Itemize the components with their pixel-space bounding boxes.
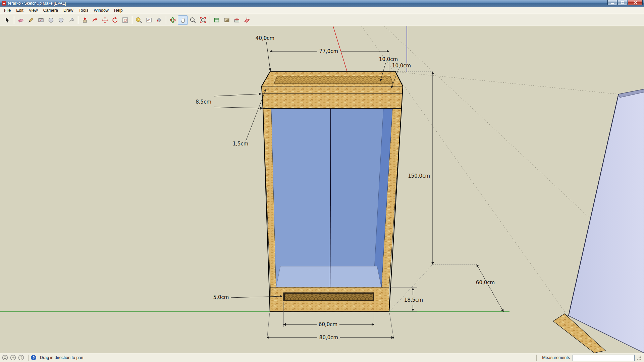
- dimension-label[interactable]: 18,5cm: [404, 297, 423, 303]
- orbit-icon: [169, 17, 176, 23]
- dimension-8-5cm[interactable]: 8,5cm: [196, 94, 263, 108]
- help-icon[interactable]: ?: [31, 355, 37, 361]
- dimension-label[interactable]: 8,5cm: [196, 99, 211, 105]
- menu-file[interactable]: File: [1, 7, 13, 13]
- select-arrow-icon: [4, 17, 10, 23]
- zoom-extents-tool-button[interactable]: [198, 15, 208, 25]
- status-separator: [28, 355, 29, 361]
- toolbar-separator: [78, 16, 78, 24]
- window-title: terarko - SketchUp Make [EVAL]: [8, 1, 607, 6]
- minimize-icon: [611, 1, 614, 4]
- dimension-40cm[interactable]: 40,0cm: [256, 35, 274, 71]
- shadows-icon: [223, 17, 230, 23]
- tape-measure-tool-button[interactable]: [134, 15, 144, 25]
- maximize-icon: [621, 1, 624, 4]
- menu-edit[interactable]: Edit: [13, 7, 26, 13]
- help-glyph: ?: [33, 356, 35, 360]
- shadows-tool-button[interactable]: [222, 15, 232, 25]
- model-scene: 40,0cm 77,0cm 10,0cm 10,0cm: [0, 26, 644, 353]
- dimension-label[interactable]: 1,5cm: [233, 141, 249, 147]
- polygon-icon: [58, 17, 64, 23]
- terrarium-model[interactable]: [262, 72, 403, 312]
- measurements-label: Measurements: [542, 355, 570, 360]
- toolbar-separator: [166, 16, 166, 24]
- dimension-label[interactable]: 60,0cm: [319, 321, 337, 327]
- rectangle-tool-button[interactable]: [36, 15, 46, 25]
- menu-window[interactable]: Window: [91, 7, 111, 13]
- close-button[interactable]: [628, 0, 643, 5]
- section-plane-tool-button[interactable]: [242, 15, 252, 25]
- polygon-tool-button[interactable]: [56, 15, 66, 25]
- status-separator: [536, 355, 537, 361]
- terrarium-top-mesh: [274, 76, 393, 84]
- status-hint-text: Drag in direction to pan: [40, 355, 83, 360]
- dimension-77cm[interactable]: 77,0cm: [270, 48, 389, 71]
- sketchup-window: terarko - SketchUp Make [EVAL] File Edit…: [0, 0, 644, 362]
- toolbar-separator: [210, 16, 210, 24]
- rectangle-icon: [38, 17, 44, 23]
- menu-bar: File Edit View Camera Draw Tools Window …: [0, 7, 644, 14]
- dimension-label[interactable]: 10,0cm: [392, 63, 411, 69]
- fog-tool-button[interactable]: [232, 15, 242, 25]
- rotate-tool-button[interactable]: [110, 15, 120, 25]
- maximize-button[interactable]: [618, 0, 627, 5]
- dimension-label[interactable]: 10,0cm: [379, 56, 398, 62]
- status-circle-icon-2[interactable]: [10, 355, 16, 361]
- side-panel-model[interactable]: [553, 89, 644, 353]
- glass-door-left: [271, 109, 331, 287]
- pushpull-icon: [82, 17, 88, 23]
- window-controls: [607, 0, 643, 5]
- terrarium-top-band: [262, 86, 403, 109]
- text-tool-button[interactable]: A1: [144, 15, 154, 25]
- line-tool-button[interactable]: [26, 15, 36, 25]
- text-tool-icon: A1: [146, 17, 152, 23]
- close-icon: [634, 1, 637, 4]
- menu-view[interactable]: View: [26, 7, 41, 13]
- paint-bucket-icon: [156, 17, 162, 23]
- menu-camera[interactable]: Camera: [41, 7, 61, 13]
- zoom-tool-button[interactable]: [188, 15, 198, 25]
- menu-tools[interactable]: Tools: [76, 7, 91, 13]
- menu-draw[interactable]: Draw: [61, 7, 76, 13]
- dimension-1-5cm[interactable]: 1,5cm: [233, 89, 266, 147]
- dimension-label[interactable]: 150,0cm: [408, 173, 430, 179]
- dimension-label[interactable]: 60,0cm: [476, 280, 495, 286]
- dimension-label[interactable]: 5,0cm: [213, 294, 229, 300]
- eraser-icon: [17, 17, 24, 23]
- eraser-tool-button[interactable]: [16, 15, 26, 25]
- dimension-18-5cm[interactable]: 18,5cm: [390, 287, 423, 312]
- arc-tool-button[interactable]: [66, 15, 76, 25]
- resize-grip[interactable]: [637, 355, 642, 361]
- minimize-button[interactable]: [607, 0, 617, 5]
- zoom-magnifier-icon: [190, 17, 196, 23]
- select-tool-button[interactable]: [2, 15, 12, 25]
- app-icon: [2, 1, 6, 6]
- dimension-label[interactable]: 40,0cm: [256, 35, 274, 41]
- toolbar-separator: [132, 16, 132, 24]
- status-circle-icon-1[interactable]: [2, 355, 8, 361]
- rotate-icon: [112, 17, 118, 23]
- dimension-label[interactable]: 77,0cm: [319, 48, 338, 54]
- dimension-60cm-depth[interactable]: 60,0cm: [433, 264, 503, 312]
- offset-icon: [122, 17, 128, 23]
- dimension-label[interactable]: 80,0cm: [319, 335, 338, 341]
- followme-tool-button[interactable]: [90, 15, 100, 25]
- status-circle-icon-3[interactable]: [18, 355, 24, 361]
- arc-pie-icon: [68, 17, 74, 23]
- pan-tool-button[interactable]: [178, 15, 188, 25]
- vent-mesh: [285, 294, 373, 300]
- title-bar[interactable]: terarko - SketchUp Make [EVAL]: [0, 0, 644, 7]
- status-bar: ? Drag in direction to pan Measurements: [0, 353, 644, 362]
- drawing-axes: [0, 26, 509, 312]
- zoom-extents-icon: [200, 17, 206, 23]
- pushpull-tool-button[interactable]: [80, 15, 90, 25]
- move-tool-button[interactable]: [100, 15, 110, 25]
- styles-tool-button[interactable]: [212, 15, 222, 25]
- viewport-3d[interactable]: 40,0cm 77,0cm 10,0cm 10,0cm: [0, 26, 644, 353]
- circle-tool-button[interactable]: [46, 15, 56, 25]
- orbit-tool-button[interactable]: [168, 15, 178, 25]
- offset-tool-button[interactable]: [120, 15, 130, 25]
- measurements-input[interactable]: [573, 355, 635, 361]
- menu-help[interactable]: Help: [111, 7, 125, 13]
- paint-bucket-tool-button[interactable]: [154, 15, 164, 25]
